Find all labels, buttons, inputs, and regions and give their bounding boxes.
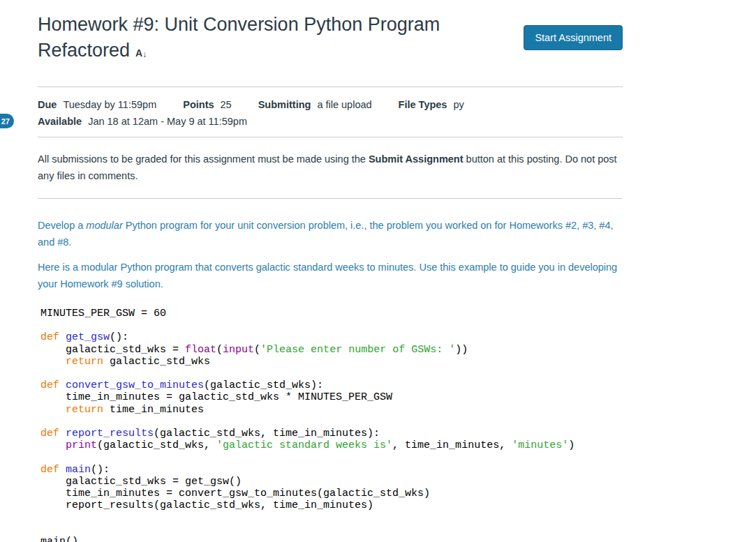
meta-available: Available Jan 18 at 12am - May 9 at 11:5…	[38, 113, 623, 130]
meta-due: Due Tuesday by 11:59pm	[38, 96, 156, 113]
description-paragraph-2: Here is a modular Python program that co…	[38, 259, 623, 292]
meta-submitting: Submitting a file upload	[258, 96, 372, 113]
points-value: 25	[221, 96, 232, 113]
desc-p1-text-2: Python program for your unit conversion …	[38, 220, 614, 248]
notice-text-1: All submissions to be graded for this as…	[38, 153, 369, 165]
unread-count-badge[interactable]: 27	[0, 114, 14, 128]
points-label: Points	[183, 96, 214, 113]
assignment-meta: Due Tuesday by 11:59pm Points 25 Submitt…	[38, 87, 623, 137]
meta-file-types: File Types py	[399, 96, 464, 113]
submission-notice: All submissions to be graded for this as…	[38, 137, 623, 198]
submitting-label: Submitting	[258, 96, 311, 113]
submitting-value: a file upload	[317, 96, 371, 113]
desc-p1-text-1: Develop a	[38, 220, 86, 231]
due-value: Tuesday by 11:59pm	[63, 96, 156, 113]
code-block: MINUTES_PER_GSW = 60def get_gsw(): galac…	[38, 308, 623, 542]
page-title: Homework #9: Unit Conversion Python Prog…	[38, 12, 502, 67]
meta-row-1: Due Tuesday by 11:59pm Points 25 Submitt…	[38, 96, 623, 113]
desc-p1-italic: modular	[86, 220, 122, 231]
due-label: Due	[38, 96, 57, 113]
assignment-description: Develop a modular Python program for you…	[38, 199, 623, 292]
file-types-value: py	[453, 96, 464, 113]
file-types-label: File Types	[399, 96, 447, 113]
meta-points: Points 25	[183, 96, 231, 113]
assignment-header: Homework #9: Unit Conversion Python Prog…	[38, 0, 623, 67]
assignment-page: Homework #9: Unit Conversion Python Prog…	[38, 0, 623, 542]
unread-count: 27	[1, 117, 10, 126]
notice-bold: Submit Assignment	[369, 153, 464, 165]
text-to-speech-icon[interactable]: A↓	[135, 38, 146, 67]
start-assignment-button[interactable]: Start Assignment	[524, 25, 623, 50]
page-title-text: Homework #9: Unit Conversion Python Prog…	[38, 14, 440, 61]
description-paragraph-1: Develop a modular Python program for you…	[38, 217, 623, 250]
available-label: Available	[38, 113, 82, 130]
available-value: Jan 18 at 12am - May 9 at 11:59pm	[88, 113, 247, 130]
